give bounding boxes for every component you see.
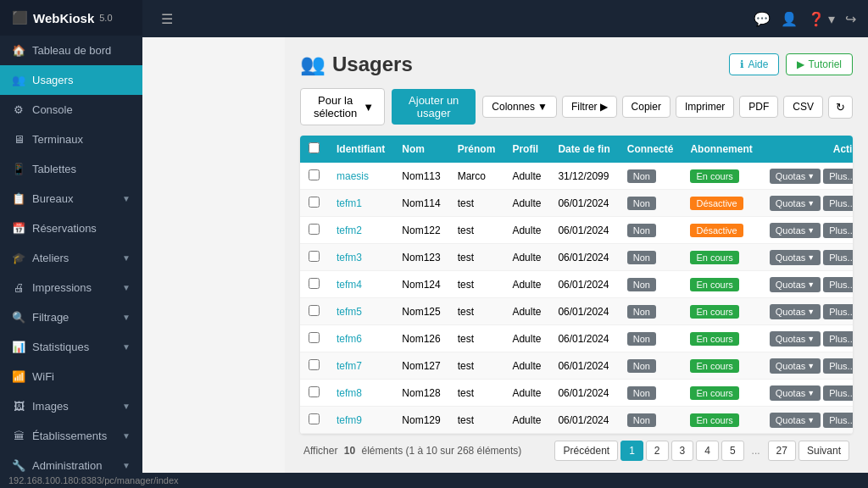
sidebar-item-statistiques[interactable]: 📊 Statistiques ▼ [0, 332, 142, 362]
filtrer-button[interactable]: Filtrer ▶ [562, 96, 617, 118]
quotas-button[interactable]: Quotas ▼ [770, 169, 821, 184]
sidebar-label-etablissements: Établissements [32, 430, 107, 442]
row-checkbox[interactable] [309, 332, 320, 343]
colonnes-button[interactable]: Colonnes ▼ [482, 96, 557, 118]
refresh-button[interactable]: ↻ [828, 96, 853, 119]
plus-button[interactable]: Plus... ▼ [823, 331, 853, 347]
sidebar-item-etablissements[interactable]: 🏛 Établissements ▼ [0, 421, 142, 451]
sidebar-item-ateliers[interactable]: 🎓 Ateliers ▼ [0, 243, 142, 273]
imprimer-button[interactable]: Imprimer [676, 96, 734, 118]
quotas-button[interactable]: Quotas ▼ [770, 223, 821, 238]
plus-button[interactable]: Plus... ▼ [823, 223, 853, 238]
row-checkbox[interactable] [309, 305, 320, 316]
quotas-button[interactable]: Quotas ▼ [770, 385, 821, 401]
csv-button[interactable]: CSV [783, 96, 823, 118]
impressions-icon: 🖨 [12, 281, 25, 294]
row-identifiant: tefm8 [328, 380, 393, 407]
plus-button[interactable]: Plus... ▼ [823, 304, 853, 319]
plus-button[interactable]: Plus... ▼ [823, 413, 853, 428]
row-nom: Nom126 [393, 325, 448, 352]
row-profil: Adulte [504, 298, 549, 325]
sidebar-item-console[interactable]: ⚙ Console [0, 95, 142, 125]
pagination-ellipsis: ... [747, 441, 765, 460]
user-icon[interactable]: 👤 [781, 11, 798, 27]
page-1-button[interactable]: 1 [620, 441, 643, 461]
row-prenom: Marco [449, 163, 504, 190]
row-prenom: test [449, 298, 504, 325]
sidebar-item-tablettes[interactable]: 📱 Tablettes [0, 154, 142, 184]
tutoriel-button[interactable]: ▶ Tutoriel [786, 53, 853, 75]
row-actions: Quotas ▼ Plus... ▼ ℹ ✎ 🗑 [761, 407, 853, 434]
row-actions: Quotas ▼ Plus... ▼ ℹ ✎ 🗑 [761, 271, 853, 298]
quotas-button[interactable]: Quotas ▼ [770, 304, 821, 319]
row-checkbox[interactable] [309, 359, 320, 370]
copier-button[interactable]: Copier [622, 96, 670, 118]
row-actions: Quotas ▼ Plus... ▼ ℹ ✎ 🗑 [761, 325, 853, 352]
sidebar-item-images[interactable]: 🖼 Images ▼ [0, 391, 142, 421]
add-user-button[interactable]: Ajouter un usager [392, 89, 476, 125]
action-group: Quotas ▼ Plus... ▼ ℹ ✎ 🗑 [770, 358, 853, 374]
row-identifiant: tefm9 [328, 407, 393, 434]
plus-button[interactable]: Plus... ▼ [823, 385, 853, 401]
page-4-button[interactable]: 4 [696, 441, 719, 461]
page-2-button[interactable]: 2 [646, 441, 669, 461]
plus-button[interactable]: Plus... ▼ [823, 196, 853, 211]
sidebar-item-wifi[interactable]: 📶 WiFi [0, 362, 142, 391]
plus-button[interactable]: Plus... ▼ [823, 250, 853, 265]
action-group: Quotas ▼ Plus... ▼ ℹ ✎ 🗑 [770, 222, 853, 238]
toolbar-right: Colonnes ▼ Filtrer ▶ Copier Imprimer PDF… [482, 96, 853, 119]
row-connecte: Non [619, 244, 682, 271]
menu-toggle-button[interactable]: ☰ [154, 8, 180, 30]
tutoriel-icon: ▶ [797, 58, 804, 70]
quotas-button[interactable]: Quotas ▼ [770, 250, 821, 265]
quotas-button[interactable]: Quotas ▼ [770, 358, 821, 374]
plus-button[interactable]: Plus... ▼ [823, 169, 853, 184]
row-checkbox[interactable] [309, 169, 320, 180]
sidebar-item-bureaux[interactable]: 📋 Bureaux ▼ [0, 184, 142, 214]
sidebar-item-filtrage[interactable]: 🔍 Filtrage ▼ [0, 302, 142, 332]
help-icon[interactable]: ❓ ▾ [808, 11, 835, 27]
sidebar-item-tableau-de-bord[interactable]: 🏠 Tableau de bord [0, 36, 142, 65]
row-checkbox-cell [300, 217, 328, 244]
row-prenom: test [449, 407, 504, 434]
quotas-button[interactable]: Quotas ▼ [770, 277, 821, 292]
quotas-button[interactable]: Quotas ▼ [770, 331, 821, 347]
page-5-button[interactable]: 5 [721, 441, 744, 461]
plus-button[interactable]: Plus... ▼ [823, 277, 853, 292]
messages-icon[interactable]: 💬 [754, 11, 771, 27]
row-checkbox[interactable] [309, 251, 320, 262]
header-profil: Profil [504, 136, 549, 163]
row-checkbox[interactable] [309, 197, 320, 208]
abonnement-badge: Désactive [690, 224, 743, 237]
page-3-button[interactable]: 3 [671, 441, 694, 461]
logout-icon[interactable]: ↪ [845, 11, 856, 27]
row-checkbox[interactable] [309, 413, 320, 424]
sidebar-label-images: Images [32, 400, 69, 413]
row-checkbox[interactable] [309, 278, 320, 289]
selection-button[interactable]: Pour la sélection ▼ [300, 88, 385, 125]
sidebar-item-impressions[interactable]: 🖨 Impressions ▼ [0, 273, 142, 302]
row-abonnement: En cours [682, 271, 760, 298]
next-label: Suivant [807, 445, 841, 457]
next-page-button[interactable]: Suivant [798, 441, 849, 461]
plus-button[interactable]: Plus... ▼ [823, 358, 853, 374]
row-checkbox[interactable] [309, 224, 320, 235]
quotas-button[interactable]: Quotas ▼ [770, 196, 821, 211]
page-title-icon: 👥 [300, 53, 326, 76]
row-abonnement: En cours [682, 244, 760, 271]
row-checkbox[interactable] [309, 386, 320, 397]
aide-button[interactable]: ℹ Aide [729, 53, 779, 75]
row-profil: Adulte [504, 271, 549, 298]
select-all-checkbox[interactable] [309, 142, 320, 153]
pdf-button[interactable]: PDF [739, 96, 778, 118]
sidebar-item-usagers[interactable]: 👥 Usagers [0, 65, 142, 95]
connecte-badge: Non [627, 169, 656, 183]
sidebar-label-usagers: Usagers [32, 74, 73, 86]
sidebar-item-terminaux[interactable]: 🖥 Terminaux [0, 125, 142, 154]
row-prenom: test [449, 271, 504, 298]
page-27-button[interactable]: 27 [768, 441, 796, 461]
quotas-button[interactable]: Quotas ▼ [770, 413, 821, 428]
sidebar-item-reservations[interactable]: 📅 Réservations [0, 214, 142, 243]
prev-page-button[interactable]: Précédent [554, 441, 618, 461]
topbar: ☰ 💬 👤 ❓ ▾ ↪ [142, 0, 868, 37]
